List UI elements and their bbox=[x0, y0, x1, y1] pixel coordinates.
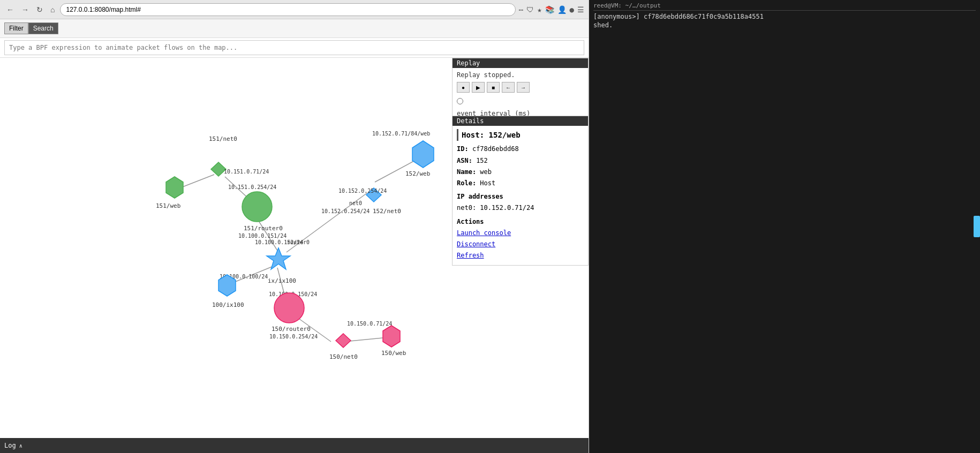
replay-prev-btn[interactable]: ← bbox=[502, 82, 515, 93]
node-label-152net0: 152/net0 bbox=[373, 208, 401, 215]
edge-label-150router0: 10.150.0.254/24 bbox=[269, 334, 318, 339]
replay-stop-btn[interactable]: ■ bbox=[487, 82, 500, 93]
edge-label-152web: 10.152.0.71/84/web bbox=[372, 131, 430, 137]
log-label: Log bbox=[4, 442, 16, 449]
replay-record-btn[interactable]: ● bbox=[457, 82, 470, 93]
terminal-line: shed. bbox=[593, 21, 976, 29]
replay-controls: ● ▶ ■ ← → bbox=[457, 82, 584, 93]
terminal-line: [anonymous>] cf78d6ebdd686c71f0c9a5b118a… bbox=[593, 13, 976, 20]
detail-id-value: cf78d6ebdd68 bbox=[472, 145, 519, 153]
detail-role-row: Role: Host bbox=[457, 178, 584, 188]
detail-id-label: ID: bbox=[457, 145, 469, 153]
replay-title: Replay bbox=[457, 59, 480, 67]
shield-icon: 🛡 bbox=[526, 5, 534, 14]
edge-label-router-ix2: router0 bbox=[287, 239, 310, 245]
node-150web[interactable] bbox=[383, 326, 400, 347]
details-header: Details bbox=[453, 116, 588, 126]
terminal-header: reed@VM: ~/…/output bbox=[593, 2, 976, 11]
menu-dots-icon[interactable]: ⋯ bbox=[519, 5, 523, 14]
node-label-151web: 151/web bbox=[156, 202, 180, 209]
home-button[interactable]: ⌂ bbox=[48, 4, 57, 15]
replay-play-btn[interactable]: ▶ bbox=[472, 82, 485, 93]
node-151web[interactable] bbox=[166, 177, 183, 198]
bpf-input[interactable] bbox=[4, 40, 584, 55]
back-button[interactable]: ← bbox=[4, 4, 16, 15]
bookmark-icon[interactable]: ★ bbox=[537, 5, 541, 14]
search-tab[interactable]: Search bbox=[28, 22, 58, 34]
extensions-icon: 📚 bbox=[545, 5, 554, 14]
details-panel: Details Host: 152/web ID: cf78d6ebdd68 A… bbox=[452, 116, 589, 266]
edge-label-151net0: 10.151.0.254/24 bbox=[228, 184, 276, 190]
node-label-151net0: 151/net0 bbox=[209, 135, 237, 142]
launch-console-link[interactable]: Launch console bbox=[457, 228, 584, 238]
terminal-panel: reed@VM: ~/…/output [anonymous>] cf78d6e… bbox=[589, 0, 980, 453]
node-label-100ix100: 100/ix100 bbox=[212, 301, 244, 308]
details-host-title: Host: 152/web bbox=[457, 129, 584, 141]
detail-role-label: Role: bbox=[457, 179, 476, 187]
detail-asn-value: 152 bbox=[476, 157, 488, 164]
replay-radio[interactable] bbox=[457, 98, 463, 104]
refresh-link[interactable]: Refresh bbox=[457, 251, 584, 261]
node-150net0[interactable] bbox=[336, 334, 351, 348]
browser-panel: ← → ↻ ⌂ ⋯ 🛡 ★ 📚 👤 ● ☰ Filter Search bbox=[0, 0, 589, 453]
node-150router0[interactable] bbox=[274, 293, 304, 323]
browser-chrome: ← → ↻ ⌂ ⋯ 🛡 ★ 📚 👤 ● ☰ bbox=[0, 0, 589, 19]
edge-label-152net0a: 10.152.0.254/24 bbox=[338, 188, 387, 194]
node-label-150net0: 150/net0 bbox=[329, 353, 358, 360]
node-152web[interactable] bbox=[412, 141, 434, 168]
profile-icon: 👤 bbox=[557, 5, 567, 14]
node-ix-ix100[interactable] bbox=[267, 248, 290, 269]
forward-button[interactable]: → bbox=[19, 4, 31, 15]
disconnect-link[interactable]: Disconnect bbox=[457, 239, 584, 250]
log-bar[interactable]: Log ∧ bbox=[0, 438, 589, 453]
detail-name-row: Name: web bbox=[457, 167, 584, 177]
detail-role-value: Host bbox=[480, 179, 495, 187]
edge-label-150web: 10.150.0.71/24 bbox=[347, 321, 392, 327]
replay-status: Replay stopped. bbox=[457, 71, 584, 79]
address-bar[interactable] bbox=[60, 3, 515, 16]
detail-id-row: ID: cf78d6ebdd68 bbox=[457, 144, 584, 154]
replay-header: Replay bbox=[453, 58, 588, 68]
filter-tab[interactable]: Filter bbox=[4, 22, 28, 34]
node-label-ix-ix100: ix/ix100 bbox=[268, 277, 296, 284]
edge-label-ix-152net0: 10.152.0.254/24 bbox=[321, 208, 370, 214]
replay-radio-row bbox=[457, 96, 584, 107]
log-chevron-icon[interactable]: ∧ bbox=[19, 443, 22, 449]
node-label-152web: 152/web bbox=[405, 170, 430, 177]
edge-label-ix-152net0b: net0 bbox=[349, 200, 362, 206]
replay-next-btn[interactable]: → bbox=[517, 82, 530, 93]
edge-label-151net0b: 10.151.0.71/24 bbox=[224, 169, 269, 175]
detail-ip-entry: net0: 10.152.0.71/24 bbox=[457, 203, 584, 213]
details-body: Host: 152/web ID: cf78d6ebdd68 ASN: 152 … bbox=[453, 126, 588, 265]
refresh-button[interactable]: ↻ bbox=[34, 4, 45, 15]
node-151router0[interactable] bbox=[242, 192, 272, 222]
detail-name-label: Name: bbox=[457, 168, 476, 176]
detail-name-value: web bbox=[480, 168, 492, 176]
filter-bar: Filter Search bbox=[0, 19, 589, 38]
hamburger-icon[interactable]: ☰ bbox=[577, 5, 584, 14]
edge-label-151router0: 10.100.0.151/24 bbox=[238, 233, 287, 239]
terminal-content: [anonymous>] cf78d6ebdd686c71f0c9a5b118a… bbox=[593, 13, 976, 451]
node-label-150router0: 150/router0 bbox=[272, 326, 311, 333]
node-label-150web: 150/web bbox=[381, 350, 406, 357]
bpf-container bbox=[0, 38, 589, 58]
detail-asn-label: ASN: bbox=[457, 157, 472, 164]
detail-ip-section: IP addresses bbox=[457, 192, 584, 202]
node-label-151router0: 151/router0 bbox=[244, 225, 283, 232]
scrollbar-indicator[interactable] bbox=[974, 216, 980, 237]
sync-icon: ● bbox=[570, 5, 574, 14]
map-area: 151/web 10.151.0.254/24 10.151.0.71/24 1… bbox=[0, 58, 589, 438]
details-title: Details bbox=[457, 117, 484, 125]
detail-actions-section: Actions bbox=[457, 217, 584, 227]
detail-asn-row: ASN: 152 bbox=[457, 156, 584, 166]
